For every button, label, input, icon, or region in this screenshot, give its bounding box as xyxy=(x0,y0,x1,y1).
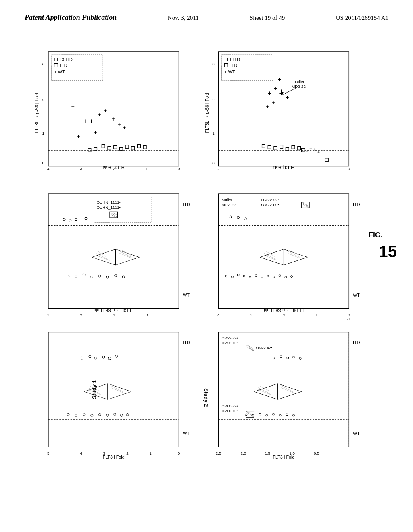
svg-text:+: + xyxy=(118,122,121,128)
svg-point-185 xyxy=(120,414,123,417)
svg-text:5: 5 xyxy=(47,451,50,456)
svg-text:+: + xyxy=(123,125,126,131)
svg-line-85 xyxy=(112,212,118,216)
svg-point-144 xyxy=(255,275,257,277)
svg-rect-66 xyxy=(268,146,271,149)
svg-line-133 xyxy=(288,251,299,258)
svg-text:+ WT: + WT xyxy=(224,69,235,74)
svg-point-222 xyxy=(293,356,295,358)
svg-point-141 xyxy=(237,274,239,276)
svg-point-223 xyxy=(299,357,301,360)
svg-marker-91 xyxy=(116,249,140,265)
svg-text:Study 1: Study 1 xyxy=(91,380,97,399)
svg-point-231 xyxy=(293,414,295,416)
svg-point-142 xyxy=(243,275,245,277)
svg-point-98 xyxy=(75,218,77,221)
svg-rect-160 xyxy=(48,332,179,447)
svg-text:FLT3L → p-S6 | Fold: FLT3L → p-S6 | Fold xyxy=(264,308,304,313)
svg-line-121 xyxy=(302,202,310,208)
svg-text:1: 1 xyxy=(113,313,115,317)
svg-marker-213 xyxy=(278,384,302,399)
svg-text:3: 3 xyxy=(42,62,45,66)
svg-rect-67 xyxy=(274,147,277,150)
patent-number: US 2011/0269154 A1 xyxy=(336,12,388,21)
svg-point-220 xyxy=(280,356,282,358)
svg-text:+: + xyxy=(112,116,115,122)
svg-point-174 xyxy=(95,357,97,359)
svg-text:2: 2 xyxy=(80,313,82,317)
sheet-label: Sheet 19 of 49 xyxy=(250,12,285,21)
svg-rect-23 xyxy=(131,147,135,150)
svg-text:4: 4 xyxy=(47,166,50,171)
svg-text:WT: WT xyxy=(183,431,190,436)
svg-text:0: 0 xyxy=(178,451,180,456)
svg-point-103 xyxy=(75,275,77,277)
svg-point-136 xyxy=(237,216,240,219)
svg-text:+: + xyxy=(104,108,107,114)
svg-text:ITD: ITD xyxy=(183,340,190,345)
svg-point-137 xyxy=(244,218,246,220)
svg-rect-69 xyxy=(286,148,289,151)
svg-point-106 xyxy=(98,275,101,277)
svg-marker-129 xyxy=(284,249,307,265)
svg-point-108 xyxy=(115,274,117,277)
svg-text:+: + xyxy=(268,90,271,96)
svg-point-149 xyxy=(285,276,287,278)
svg-text:0: 0 xyxy=(348,166,350,171)
svg-text:15: 15 xyxy=(379,242,396,261)
svg-text:-1: -1 xyxy=(347,317,351,321)
svg-text:0: 0 xyxy=(178,166,180,171)
svg-point-147 xyxy=(273,276,275,278)
svg-text:+ WT: + WT xyxy=(54,69,65,74)
main-content: FLT3-ITD ITD + WT FLT3L → p-S6 | Fold FL… xyxy=(0,27,413,527)
svg-text:2: 2 xyxy=(217,166,219,171)
svg-rect-21 xyxy=(119,148,123,151)
figure-svg: FLT3-ITD ITD + WT FLT3L → p-S6 | Fold FL… xyxy=(25,39,396,519)
svg-line-199 xyxy=(246,345,254,351)
svg-text:+: + xyxy=(305,148,308,153)
svg-text:+: + xyxy=(280,88,283,94)
svg-rect-27 xyxy=(88,149,91,152)
svg-text:OUHN_1111•: OUHN_1111• xyxy=(97,200,121,204)
svg-text:3: 3 xyxy=(47,313,50,317)
svg-point-229 xyxy=(279,414,281,416)
svg-text:0.5: 0.5 xyxy=(314,451,319,456)
svg-point-219 xyxy=(273,357,275,359)
svg-text:+: + xyxy=(274,85,277,91)
svg-point-139 xyxy=(225,275,227,277)
svg-rect-18 xyxy=(102,145,105,148)
svg-rect-72 xyxy=(302,149,305,152)
svg-point-172 xyxy=(81,357,83,359)
svg-text:WT: WT xyxy=(353,431,360,436)
svg-text:ITD: ITD xyxy=(353,202,360,207)
svg-text:outlier: outlier xyxy=(221,197,232,202)
svg-point-101 xyxy=(85,217,87,220)
svg-point-176 xyxy=(108,357,111,360)
svg-text:OM22-22•: OM22-22• xyxy=(221,336,238,340)
svg-point-109 xyxy=(122,276,125,278)
svg-point-107 xyxy=(106,276,109,278)
svg-rect-19 xyxy=(108,147,111,150)
svg-text:2: 2 xyxy=(283,313,285,317)
svg-text:FLT3-ITD: FLT3-ITD xyxy=(54,57,73,62)
svg-text:+: + xyxy=(278,77,281,83)
svg-text:0: 0 xyxy=(146,313,148,317)
svg-text:FLT-ITD: FLT-ITD xyxy=(224,57,240,62)
svg-text:+: + xyxy=(71,104,75,110)
svg-point-178 xyxy=(67,414,69,416)
svg-text:2: 2 xyxy=(113,166,115,171)
svg-rect-3 xyxy=(54,64,58,67)
svg-point-180 xyxy=(83,413,85,416)
page: Patent Application Publication Nov. 3, 2… xyxy=(0,0,413,532)
svg-line-201 xyxy=(246,347,253,351)
svg-rect-195 xyxy=(219,332,349,447)
svg-rect-68 xyxy=(280,145,283,149)
svg-text:0: 0 xyxy=(212,161,215,165)
svg-text:ITD: ITD xyxy=(60,63,67,68)
svg-point-175 xyxy=(102,356,105,358)
svg-line-83 xyxy=(110,212,118,218)
page-header: Patent Application Publication Nov. 3, 2… xyxy=(0,0,413,27)
svg-marker-166 xyxy=(108,384,131,399)
svg-text:+: + xyxy=(317,149,320,154)
svg-text:2: 2 xyxy=(126,451,128,456)
